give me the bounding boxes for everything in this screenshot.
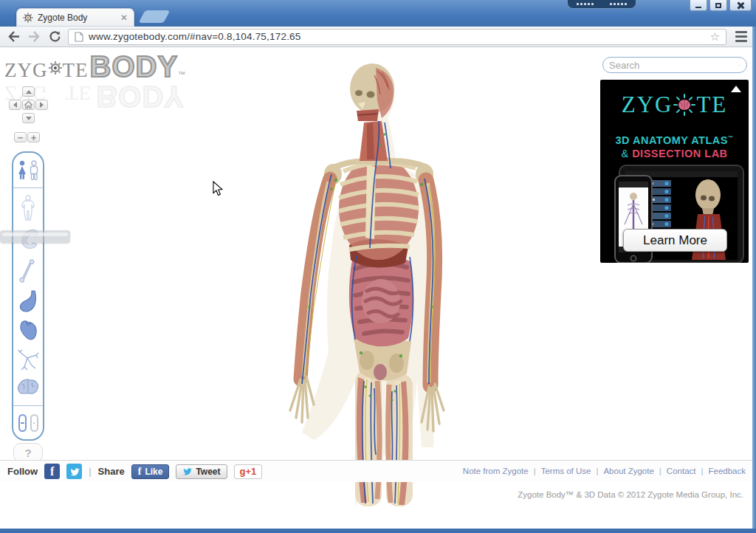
gender-toggle[interactable] — [13, 153, 43, 188]
anatomy-3d-model[interactable] — [284, 63, 476, 506]
twitter-bird-icon — [69, 467, 80, 477]
pan-right-button[interactable] — [35, 100, 48, 110]
window-border-right — [752, 27, 756, 529]
facebook-like-button[interactable]: f Like — [131, 464, 170, 479]
maximize-icon — [715, 3, 721, 8]
share-label: Share — [98, 466, 125, 477]
url-text[interactable]: www.zygotebody.com/#nav=0.8,104.75,172.6… — [89, 31, 705, 42]
capsule-right-icon[interactable] — [30, 414, 38, 432]
refresh-button[interactable] — [47, 30, 62, 44]
tweet-button[interactable]: Tweet — [176, 464, 227, 479]
female-model-icon — [18, 160, 26, 179]
home-icon — [24, 101, 32, 109]
search-input[interactable] — [609, 60, 739, 71]
browser-window: Zygote Body ✕ www.zygotebody.com/#nav=0.… — [0, 0, 756, 533]
link-feedback[interactable]: Feedback — [708, 467, 746, 475]
ad-panel[interactable]: ZYG TE 3D ANATOMY ATLAS™ & DISSECTION LA… — [600, 80, 749, 263]
zoom-out-button[interactable]: − — [14, 132, 27, 142]
url-bar[interactable]: www.zygotebody.com/#nav=0.8,104.75,172.6… — [68, 29, 726, 45]
link-terms-of-use[interactable]: Terms of Use — [541, 467, 591, 475]
minimize-icon — [695, 7, 701, 8]
close-window-button[interactable] — [729, 0, 752, 11]
browser-menu-button[interactable] — [732, 31, 750, 42]
maximize-button[interactable] — [709, 0, 727, 11]
pan-left-button[interactable] — [9, 100, 21, 110]
skin-layer-button[interactable] — [19, 195, 37, 221]
favicon-gear-icon — [23, 13, 33, 23]
twitter-bird-icon — [182, 467, 192, 476]
footer-links: Note from Zygote | Terms of Use | About … — [463, 460, 746, 482]
titlebar-widget — [567, 0, 636, 9]
close-icon — [737, 2, 744, 9]
ad-brand: ZYG TE — [600, 92, 749, 118]
tab-title: Zygote Body — [38, 13, 116, 23]
layer-toolbar — [12, 151, 44, 441]
home-view-button[interactable] — [22, 100, 35, 110]
social-separator: | — [89, 466, 91, 477]
learn-more-button[interactable]: Learn More — [623, 229, 727, 252]
window-border-bottom — [0, 529, 756, 533]
facebook-f-icon: f — [138, 466, 142, 478]
link-note-from-zygote[interactable]: Note from Zygote — [463, 467, 529, 475]
link-contact[interactable]: Contact — [667, 467, 696, 475]
browser-tab[interactable]: Zygote Body ✕ — [16, 8, 134, 27]
logo-text-body: BODY — [90, 53, 179, 80]
twitter-follow-button[interactable] — [66, 464, 82, 479]
tab-close-icon[interactable]: ✕ — [120, 13, 128, 22]
follow-label: Follow — [7, 466, 38, 477]
heart-layer-button[interactable] — [17, 319, 39, 343]
back-button[interactable] — [6, 30, 21, 44]
ad-line2: & DISSECTION LAB — [600, 148, 749, 159]
search-icon[interactable] — [739, 60, 740, 71]
forward-button[interactable] — [27, 30, 41, 44]
pan-up-button[interactable] — [22, 86, 35, 97]
bookmark-star-icon[interactable]: ☆ — [710, 31, 720, 42]
bone-layer-button[interactable] — [18, 257, 38, 283]
logo-text-zyg: ZYG — [4, 59, 48, 82]
logo-trademark: ™ — [178, 70, 185, 78]
logo-text-te: TE — [63, 59, 89, 82]
capsule-left-icon[interactable] — [18, 414, 27, 432]
logo-gear-icon — [48, 61, 63, 75]
zygote-body-logo: ZYG TE BODY ™ ZYG TE BODY — [4, 53, 185, 82]
nerves-layer-button[interactable] — [17, 348, 39, 373]
brain-logo-icon — [673, 94, 695, 116]
male-model-icon — [31, 161, 38, 180]
brain-layer-button[interactable] — [16, 377, 40, 398]
copyright-text: Zygote Body™ & 3D Data © 2012 Zygote Med… — [518, 490, 743, 499]
minimize-button[interactable] — [690, 0, 707, 11]
isolate-mode-section — [13, 405, 43, 439]
browser-toolbar: www.zygotebody.com/#nav=0.8,104.75,172.6… — [0, 27, 756, 47]
layer-slider-handle[interactable] — [0, 230, 70, 243]
link-about-zygote[interactable]: About Zygote — [603, 467, 653, 475]
facebook-follow-button[interactable]: f — [44, 464, 60, 479]
gplus-button[interactable]: g+1 — [234, 464, 263, 479]
search-box[interactable] — [602, 57, 747, 73]
ad-line1: 3D ANATOMY ATLAS™ — [600, 134, 749, 146]
pan-down-button[interactable] — [22, 113, 35, 123]
zoom-in-button[interactable]: + — [27, 132, 40, 142]
page-content: ZYG TE BODY ™ ZYG TE BODY — [0, 47, 752, 507]
page-icon — [75, 32, 83, 42]
organs-layer-button[interactable] — [17, 289, 39, 314]
